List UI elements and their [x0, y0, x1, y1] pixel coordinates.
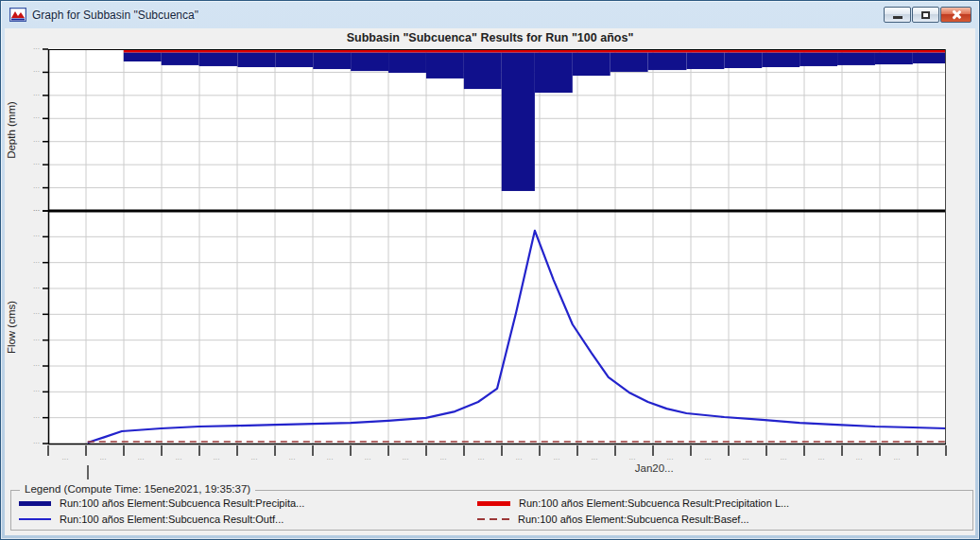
time-tick-label: ··· [667, 456, 674, 462]
flow-tick-label: ··· [33, 414, 40, 421]
precipitation-bar [351, 52, 388, 71]
precipitation-bar [313, 52, 351, 69]
time-tick-label: ··· [781, 456, 787, 462]
window-title: Graph for Subbasin "Subcuenca" [32, 9, 198, 22]
flow-axis-label: Flow (cms) [6, 301, 17, 354]
precipitation-bar [875, 52, 913, 64]
time-tick-label: ··· [516, 456, 523, 462]
maximize-button[interactable] [912, 7, 939, 23]
minimize-icon [893, 16, 903, 19]
precipitation-bar [913, 52, 946, 63]
time-tick-label: ··· [138, 456, 145, 462]
titlebar[interactable]: Graph for Subbasin "Subcuenca" [2, 2, 978, 27]
window-controls [884, 7, 971, 23]
precipitation-bar [502, 52, 535, 191]
flow-tick-label: ··· [33, 388, 40, 394]
precipitation-bar [464, 52, 502, 89]
depth-tick-label: ··· [33, 184, 40, 191]
time-tick-label: ··· [176, 456, 182, 462]
flow-tick-label: ··· [33, 440, 40, 446]
depth-tick-label: ··· [33, 68, 40, 75]
precipitation-bar [426, 52, 464, 78]
time-tick-label: ··· [894, 456, 901, 462]
flow-tick-label: ··· [33, 337, 40, 343]
time-tick-label: ··· [365, 456, 371, 462]
depth-tick-label: ··· [33, 92, 40, 98]
outflow-swatch-icon [19, 518, 51, 520]
precipitation-bar [388, 52, 426, 73]
legend-entry-baseflow: Run:100 años Element:Subcuenca Result:Ba… [477, 514, 749, 525]
precipitation-loss-line [124, 50, 946, 53]
time-tick-label: ··· [554, 456, 560, 462]
depth-tick-label: ··· [33, 161, 40, 167]
close-icon [951, 9, 961, 20]
minimize-button[interactable] [884, 7, 911, 23]
flow-tick-label: ··· [33, 233, 40, 239]
legend-entry-outflow: Run:100 años Element:Subcuenca Result:Ou… [19, 514, 284, 525]
plot-divider [48, 210, 946, 213]
precipitation-bar [648, 52, 687, 70]
legend-title: Legend (Compute Time: 15ene2021, 19:35:3… [20, 483, 255, 495]
flow-tick-label: ··· [33, 310, 40, 317]
close-button[interactable] [940, 7, 971, 23]
precipitation-bar [686, 52, 724, 69]
app-icon [9, 8, 26, 22]
precipitation-loss-swatch-icon [477, 501, 510, 506]
time-tick-label: ··· [478, 456, 485, 462]
precipitation-bar [124, 52, 162, 61]
precipitation-bar [762, 52, 799, 67]
time-tick-label: ··· [856, 456, 863, 462]
precipitation-bar [275, 52, 313, 67]
time-tick-label: ··· [289, 456, 296, 462]
time-tick-label: ··· [327, 456, 334, 462]
depth-tick-label: ··· [33, 138, 40, 145]
time-tick-label: ··· [251, 456, 258, 462]
depth-tick-label: ··· [33, 45, 40, 52]
results-chart: ········································… [5, 28, 977, 486]
precipitation-bar [535, 52, 573, 93]
legend-label: Run:100 años Element:Subcuenca Result:Pr… [519, 497, 789, 509]
time-tick-label: ··· [214, 456, 220, 462]
flow-tick-label: ··· [33, 207, 40, 214]
precipitation-bar [610, 52, 648, 72]
precipitation-bar [837, 52, 875, 65]
legend-label: Run:100 años Element:Subcuenca Result:Pr… [60, 497, 304, 509]
legend-label: Run:100 años Element:Subcuenca Result:Ba… [518, 514, 749, 525]
flow-plot-area [48, 211, 946, 444]
flow-tick-label: ··· [33, 259, 40, 266]
time-tick-label: ··· [62, 456, 69, 462]
precipitation-bar [724, 52, 762, 68]
flow-tick-label: ··· [33, 362, 40, 369]
legend-label: Run:100 años Element:Subcuenca Result:Ou… [60, 514, 284, 525]
date-label: Jan20... [635, 462, 674, 474]
precipitation-bar [199, 52, 238, 66]
time-tick-label: ··· [440, 456, 447, 462]
precipitation-swatch-icon [19, 501, 51, 506]
time-tick-label: ··· [592, 456, 598, 462]
precipitation-bar [573, 52, 610, 76]
time-tick-label: ··· [403, 456, 409, 462]
time-tick-label: ··· [818, 456, 825, 462]
legend-box: Legend (Compute Time: 15ene2021, 19:35:3… [10, 490, 973, 531]
time-tick-label: ··· [100, 456, 107, 462]
depth-axis-label: Depth (mm) [6, 101, 17, 159]
legend-entry-precipitation: Run:100 años Element:Subcuenca Result:Pr… [19, 497, 304, 509]
flow-tick-label: ··· [33, 285, 40, 291]
app-window: Graph for Subbasin "Subcuenca" Subbasin … [0, 0, 980, 540]
graph-panel: Subbasin "Subcuenca" Results for Run "10… [5, 28, 975, 535]
time-tick-label: ··· [629, 456, 636, 462]
maximize-icon [921, 11, 930, 19]
depth-tick-label: ··· [33, 114, 40, 121]
time-tick-label: ··· [743, 456, 749, 462]
precipitation-bar [799, 52, 837, 66]
precipitation-bar [162, 52, 199, 65]
time-tick-label: ··· [705, 456, 712, 462]
precipitation-bar [237, 52, 275, 67]
baseflow-swatch-icon [477, 518, 509, 520]
legend-entry-precipitation-loss: Run:100 años Element:Subcuenca Result:Pr… [477, 497, 789, 509]
